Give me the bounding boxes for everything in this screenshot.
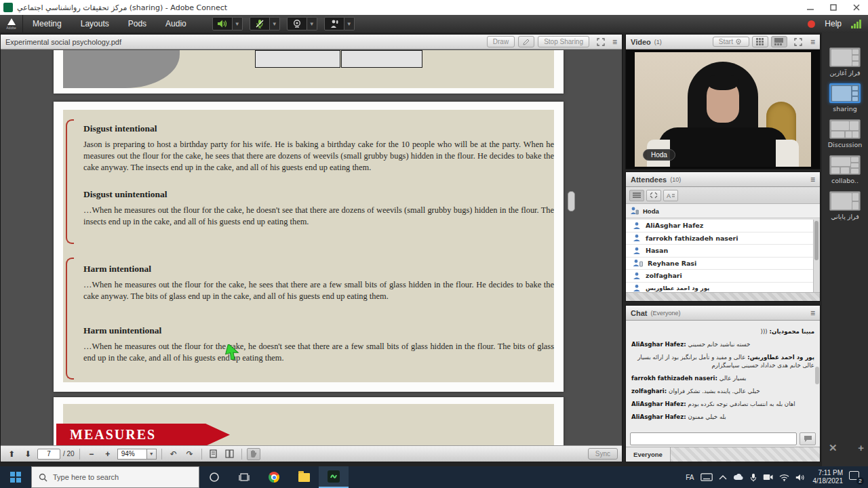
chat-pod-menu-icon[interactable]: ≡ [810, 310, 815, 317]
add-layout-icon[interactable]: + [858, 442, 864, 454]
attendee-row[interactable]: Hasan [626, 245, 813, 258]
attendee-row[interactable]: AliAsghar Hafez [626, 220, 813, 232]
page-up-button[interactable]: ⬆ [5, 448, 18, 460]
video-pod-menu-icon[interactable]: ≡ [810, 39, 815, 45]
filmstrip-view-icon[interactable] [771, 36, 787, 47]
chat-tab-everyone[interactable]: Everyone [626, 447, 671, 462]
chrome-taskbar-button[interactable] [259, 466, 289, 488]
chat-message-list[interactable]: مبينا محموديان((( AliAsghar Hafezخسته نب… [626, 321, 820, 432]
attendees-pod-header: Attendees (10) ≡ [626, 172, 820, 187]
page-number-input[interactable] [37, 449, 60, 460]
list-view-icon[interactable] [629, 190, 644, 201]
action-center-button[interactable]: 2 [849, 471, 863, 483]
chat-sender: پور ود احمد عطاوریس [745, 354, 814, 361]
send-message-button[interactable] [800, 432, 816, 445]
chat-sender: AliAsghar Hafez [631, 413, 688, 420]
menu-meeting[interactable]: Meeting [23, 15, 71, 33]
attendee-row[interactable]: پور ود احمد عطاوریس [626, 283, 813, 293]
raise-hand-button[interactable] [324, 17, 344, 30]
attendee-name: zolfaghari [646, 272, 682, 279]
speaker-dropdown[interactable]: ▼ [233, 17, 243, 30]
chat-title: Chat [631, 309, 647, 317]
attendee-host-row[interactable]: Hoda [626, 204, 820, 218]
adobe-connect-taskbar-button[interactable] [319, 466, 349, 488]
layout-item-opening[interactable]: فراز آغازين [825, 47, 865, 77]
start-webcam-button[interactable]: Start [713, 37, 749, 47]
video-pod-header: Video (1) Start ≡ [626, 35, 820, 49]
pdf-view-area[interactable]: Disgust intentional Jason is preparing t… [1, 50, 622, 446]
attendees-scrollbar[interactable] [813, 220, 819, 292]
close-button[interactable] [845, 0, 868, 15]
attendee-row[interactable]: farrokh fathizadeh naseri [626, 232, 813, 245]
language-indicator[interactable]: FA [686, 474, 694, 481]
microphone-dropdown[interactable]: ▼ [270, 17, 280, 30]
raise-hand-dropdown[interactable]: ▼ [344, 17, 355, 30]
undo-icon[interactable]: ↶ [167, 448, 180, 460]
help-menu[interactable]: Help [825, 19, 842, 28]
sync-button[interactable]: Sync [588, 448, 618, 460]
grid-view-icon[interactable] [752, 36, 768, 47]
redo-icon[interactable]: ↷ [183, 448, 197, 460]
wifi-icon[interactable] [779, 474, 789, 481]
taskbar-search[interactable]: Type here to search [31, 466, 199, 488]
webcam-dropdown[interactable]: ▼ [307, 17, 317, 30]
zoom-dropdown-icon[interactable]: ▼ [147, 449, 157, 460]
draw-button[interactable]: Draw [487, 36, 515, 47]
attendee-row[interactable]: Reyhane Rasi [626, 258, 813, 270]
page-down-button[interactable]: ⬇ [21, 448, 35, 460]
single-page-view-icon[interactable] [207, 448, 220, 460]
zoom-level-value[interactable]: 94% [117, 449, 147, 460]
hand-tool-button[interactable] [247, 448, 260, 460]
onedrive-icon[interactable] [733, 474, 744, 481]
tray-microphone-icon[interactable] [750, 473, 757, 482]
section-body: Jason is preparing to host a birthday pa… [83, 139, 554, 174]
chat-text: ((( [761, 328, 768, 335]
keyboard-icon[interactable] [701, 473, 713, 481]
menu-audio[interactable]: Audio [156, 15, 196, 33]
layout-item-sharing[interactable]: sharing [825, 83, 865, 113]
attendees-pod-menu-icon[interactable]: ≡ [810, 176, 815, 183]
share-pod: Experimental social psychology.pdf Draw … [0, 34, 623, 462]
menu-pods[interactable]: Pods [119, 15, 156, 33]
layout-item-closing[interactable]: فراز پاياني [825, 191, 865, 220]
tray-expand-icon[interactable] [719, 474, 727, 480]
video-fullscreen-icon[interactable] [790, 36, 806, 47]
zoom-in-button[interactable]: + [101, 448, 115, 460]
volume-icon[interactable] [795, 474, 804, 481]
pdf-scrollbar-thumb[interactable] [568, 191, 575, 211]
speaker-button[interactable] [212, 17, 233, 30]
video-name-tag: Hoda [643, 149, 675, 161]
layout-label: فراز آغازين [825, 69, 865, 77]
microphone-button[interactable] [250, 17, 270, 30]
cortana-button[interactable] [199, 466, 229, 488]
breakout-view-icon[interactable] [646, 190, 661, 201]
notification-count: 2 [856, 477, 864, 485]
status-view-icon[interactable]: A [663, 190, 678, 201]
chat-input[interactable] [630, 432, 797, 445]
task-view-button[interactable] [229, 466, 259, 488]
close-layout-icon[interactable]: ✕ [829, 442, 837, 454]
two-page-view-icon[interactable] [223, 448, 237, 460]
layout-item-collaboration[interactable]: collabo.. [825, 155, 865, 184]
attendee-row[interactable]: zolfaghari [626, 270, 813, 283]
layout-item-discussion[interactable]: Discussion [825, 119, 865, 148]
pen-tool-button[interactable] [518, 36, 534, 47]
stop-sharing-button[interactable]: Stop Sharing [538, 36, 589, 47]
pdf-slide-previous [54, 50, 564, 94]
tray-camera-icon[interactable] [763, 474, 773, 481]
zoom-out-button[interactable]: − [85, 448, 98, 460]
start-button[interactable] [0, 466, 31, 488]
share-pod-menu-icon[interactable]: ≡ [612, 39, 617, 45]
fullscreen-icon[interactable] [593, 36, 609, 47]
pod-resize-area[interactable] [626, 292, 820, 301]
minimize-button[interactable] [799, 0, 822, 15]
chat-scrollbar-thumb[interactable] [815, 367, 819, 384]
menu-layouts[interactable]: Layouts [71, 15, 119, 33]
chat-text: بسيار عالي [719, 375, 747, 382]
maximize-button[interactable] [822, 0, 845, 15]
taskbar-clock[interactable]: 7:11 PM 4/18/2021 [813, 469, 844, 485]
file-explorer-button[interactable] [289, 466, 319, 488]
webcam-button[interactable] [287, 17, 307, 30]
section-heading: Harm unintentional [83, 325, 161, 336]
layout-label: sharing [825, 105, 865, 113]
